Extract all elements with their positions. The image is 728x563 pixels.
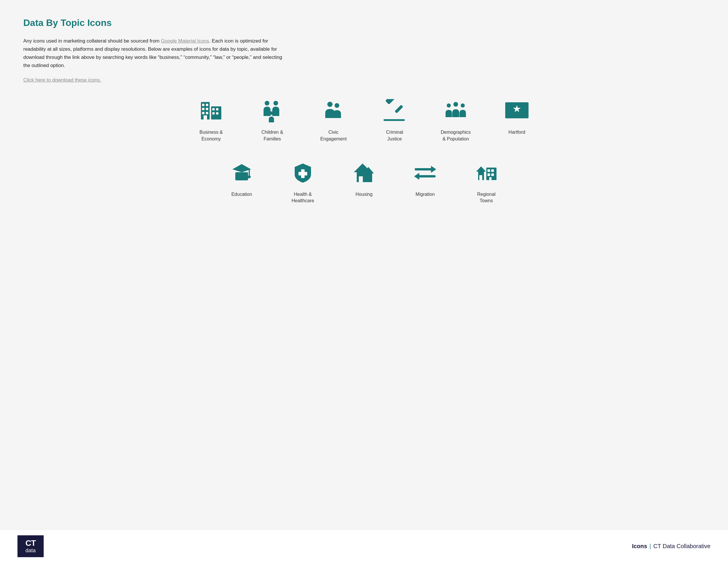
svg-marker-27 [232, 164, 251, 172]
svg-point-14 [273, 101, 278, 105]
icon-item-demographics-population: Demographics& Population [437, 98, 475, 142]
hartford-icon [504, 98, 530, 124]
civic-engagement-label: CivicEngagement [320, 129, 347, 142]
icon-item-business-economy: Business &Economy [192, 98, 230, 142]
icon-item-civic-engagement: CivicEngagement [314, 98, 352, 142]
svg-rect-42 [487, 169, 490, 172]
svg-point-17 [335, 103, 339, 108]
footer-org-name: CT Data Collaborative [653, 543, 711, 549]
housing-label: Housing [356, 191, 373, 197]
svg-point-22 [453, 102, 458, 107]
svg-rect-8 [212, 108, 215, 110]
icon-item-education: Education [223, 160, 261, 204]
svg-rect-11 [216, 112, 218, 114]
svg-rect-26 [235, 172, 248, 180]
children-families-label: Children &Families [261, 129, 283, 142]
svg-marker-36 [431, 166, 436, 173]
svg-point-23 [461, 103, 465, 107]
svg-marker-38 [414, 173, 419, 180]
icons-row-1: Business &Economy [23, 98, 705, 142]
svg-rect-40 [479, 175, 482, 180]
svg-rect-31 [298, 172, 307, 175]
footer-separator: | [649, 543, 651, 549]
regional-towns-label: RegionalTowns [477, 191, 495, 204]
footer-logo-ct: CT [25, 539, 36, 548]
icon-item-housing: Housing [345, 160, 383, 204]
svg-point-21 [447, 103, 451, 107]
criminal-justice-label: CriminalJustice [386, 129, 403, 142]
health-healthcare-icon [290, 160, 316, 186]
business-economy-icon [198, 98, 224, 124]
icon-item-children-families: Children &Families [253, 98, 291, 142]
icon-item-migration: Migration [406, 160, 444, 204]
svg-point-15 [270, 111, 273, 115]
svg-rect-9 [216, 108, 218, 110]
footer-logo-data: data [25, 548, 36, 554]
icon-item-health-healthcare: Health &Healthcare [284, 160, 322, 204]
svg-rect-3 [206, 104, 208, 106]
health-healthcare-label: Health &Healthcare [291, 191, 314, 204]
children-families-icon [259, 98, 285, 124]
education-label: Education [231, 191, 252, 197]
main-content: Data By Topic Icons Any icons used in ma… [0, 0, 728, 529]
svg-rect-6 [202, 112, 204, 114]
hartford-label: Hartford [508, 129, 525, 135]
svg-rect-10 [212, 112, 215, 114]
footer-logo: CT data [17, 535, 44, 557]
demographics-population-label: Demographics& Population [441, 129, 471, 142]
icon-item-hartford: Hartford [498, 98, 536, 142]
svg-point-29 [248, 175, 251, 178]
svg-rect-45 [491, 173, 494, 176]
business-economy-label: Business &Economy [199, 129, 223, 142]
civic-engagement-icon [320, 98, 347, 124]
migration-icon [412, 160, 438, 186]
migration-label: Migration [416, 191, 435, 197]
education-icon [229, 160, 255, 186]
regional-towns-icon [473, 160, 499, 186]
housing-icon [351, 160, 377, 186]
icons-row-2: Education Health &Healthcare [23, 160, 705, 204]
download-link[interactable]: Click here to download these icons. [23, 77, 101, 83]
google-material-link[interactable]: Google Material Icons [161, 38, 209, 44]
svg-rect-7 [206, 112, 208, 114]
svg-rect-34 [359, 176, 363, 182]
svg-point-16 [327, 102, 333, 107]
criminal-justice-icon [381, 98, 408, 124]
svg-rect-44 [487, 173, 490, 176]
footer-icons-label: Icons [632, 543, 647, 549]
description-part1: Any icons used in marketing collateral s… [23, 38, 161, 44]
icon-item-regional-towns: RegionalTowns [467, 160, 505, 204]
footer: CT data Icons|CT Data Collaborative [0, 529, 728, 563]
page-title: Data By Topic Icons [23, 17, 705, 28]
svg-rect-12 [204, 115, 207, 119]
svg-rect-19 [385, 99, 396, 105]
footer-right: Icons|CT Data Collaborative [632, 543, 711, 550]
svg-rect-2 [202, 104, 204, 106]
svg-rect-46 [489, 177, 492, 180]
svg-rect-4 [202, 108, 204, 110]
svg-point-13 [265, 101, 269, 105]
icons-section: Business &Economy [23, 98, 705, 204]
icon-item-criminal-justice: CriminalJustice [376, 98, 414, 142]
svg-rect-18 [395, 105, 403, 114]
description: Any icons used in marketing collateral s… [23, 37, 285, 70]
svg-rect-5 [206, 108, 208, 110]
demographics-population-icon [443, 98, 469, 124]
svg-rect-43 [491, 169, 494, 172]
